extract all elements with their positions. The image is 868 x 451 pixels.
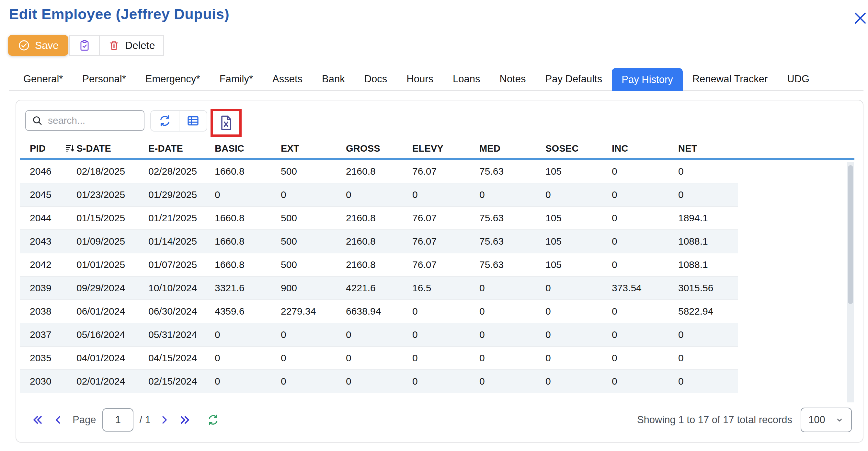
last-page-button[interactable] [179,413,191,426]
cell-s-date: 04/01/2024 [76,353,148,363]
clipboard-check-icon [79,39,91,52]
first-page-button[interactable] [31,413,44,426]
column-header-label: EXT [281,143,299,154]
cell-ext: 500 [281,236,346,247]
column-header-e-date[interactable]: E-DATE [148,143,215,154]
tab-docs[interactable]: Docs [355,68,397,90]
table-row[interactable]: 203504/01/202404/15/202400000000 [20,347,738,370]
cell-net: 1088.1 [678,259,738,270]
cell-gross: 4221.6 [346,282,412,294]
cell-elevy: 76.07 [412,236,479,247]
cell-e-date: 06/30/2024 [148,306,215,317]
cell-inc: 0 [612,259,678,270]
cell-basic: 3321.6 [215,282,281,294]
cell-s-date: 01/15/2025 [76,213,148,223]
table-row[interactable]: 204201/01/202501/07/20251660.85002160.87… [20,253,738,277]
column-header-net[interactable]: NET [678,143,738,154]
tab-general[interactable]: General* [13,68,72,90]
column-header-basic[interactable]: BASIC [215,143,281,154]
table-row[interactable]: 203806/01/202406/30/20244359.62279.34663… [20,300,738,323]
column-header-label: E-DATE [148,143,183,154]
cell-e-date: 01/07/2025 [148,259,215,270]
cell-pid: 2044 [30,213,76,223]
page-number-input[interactable] [102,408,133,431]
cell-s-date: 09/29/2024 [76,282,148,294]
excel-export-highlight-box [211,109,242,137]
clipboard-check-button[interactable] [70,36,99,55]
search-input[interactable] [47,115,138,126]
table-row[interactable]: 204602/18/202502/28/20251660.85002160.87… [20,160,738,183]
cell-gross: 0 [346,353,412,363]
cell-e-date: 10/10/2024 [148,282,215,294]
cell-gross: 2160.8 [346,236,412,247]
column-header-s-date[interactable]: S-DATE [76,143,148,154]
pagination-refresh-button[interactable] [207,414,219,426]
cell-elevy: 76.07 [412,166,479,177]
page-label: Page [72,414,96,426]
table-row[interactable]: 204301/09/202501/14/20251660.85002160.87… [20,230,738,253]
sort-descending-icon[interactable] [65,144,74,153]
cell-ext: 0 [281,329,346,340]
chevron-left-icon [53,414,64,426]
cell-basic: 0 [215,376,281,387]
cell-sosec: 0 [546,376,612,387]
tab-pay-defaults[interactable]: Pay Defaults [535,68,612,90]
tab-pay-history[interactable]: Pay History [612,68,682,91]
tab-hours[interactable]: Hours [397,68,443,90]
table-row[interactable]: 204401/15/202501/21/20251660.85002160.87… [20,207,738,230]
vertical-scrollbar[interactable] [847,162,854,402]
cell-inc: 0 [612,376,678,387]
close-icon[interactable] [852,9,868,27]
table-row[interactable]: 203705/16/202405/31/202400000000 [20,323,738,347]
table-row[interactable]: 203002/01/202402/15/202400000000 [20,370,738,393]
tab-assets[interactable]: Assets [263,68,312,90]
scrollbar-thumb[interactable] [848,165,853,304]
cell-basic: 1660.8 [215,259,281,270]
column-header-med[interactable]: MED [479,143,546,154]
table-body: 204602/18/202502/28/20251660.85002160.87… [20,160,738,393]
trash-icon [108,39,120,51]
cell-e-date: 02/15/2024 [148,376,215,387]
chevrons-left-icon [31,413,44,426]
cell-inc: 0 [612,236,678,247]
column-header-gross[interactable]: GROSS [346,143,412,154]
previous-page-button[interactable] [53,414,64,426]
tab-udg[interactable]: UDG [777,68,819,90]
column-header-inc[interactable]: INC [612,143,678,154]
tab-renewal-tracker[interactable]: Renewal Tracker [683,68,778,90]
cell-e-date: 01/29/2025 [148,189,215,200]
column-header-label: S-DATE [76,143,111,154]
cell-pid: 2042 [30,259,76,270]
cell-e-date: 04/15/2024 [148,353,215,363]
refresh-button[interactable] [151,111,179,131]
delete-button[interactable]: Delete [99,36,163,55]
delete-button-label: Delete [125,39,155,52]
table-row[interactable]: 204501/23/202501/29/202500000000 [20,183,738,207]
tab-emergency[interactable]: Emergency* [136,68,210,90]
cell-basic: 0 [215,189,281,200]
cell-gross: 6638.94 [346,306,412,317]
table-row[interactable]: 203909/29/202410/10/20243321.69004221.61… [20,277,738,300]
tab-bank[interactable]: Bank [312,68,355,90]
columns-button[interactable] [179,111,207,131]
column-header-pid[interactable]: PID [30,143,76,154]
records-summary: Showing 1 to 17 of 17 total records [637,414,792,426]
tab-personal[interactable]: Personal* [72,68,135,90]
cell-gross: 2160.8 [346,213,412,223]
cell-net: 0 [678,353,738,363]
cell-med: 0 [479,329,546,340]
next-page-button[interactable] [158,414,170,426]
page-size-select[interactable]: 100 [801,408,852,432]
tab-notes[interactable]: Notes [490,68,536,90]
tab-loans[interactable]: Loans [443,68,490,90]
cell-sosec: 105 [546,259,612,270]
excel-export-button[interactable] [218,114,235,131]
column-header-elevy[interactable]: ELEVY [412,143,479,154]
cell-elevy: 0 [412,376,479,387]
cell-sosec: 0 [546,329,612,340]
tab-family[interactable]: Family* [210,68,263,90]
column-header-ext[interactable]: EXT [281,143,346,154]
cell-s-date: 05/16/2024 [76,329,148,340]
save-button[interactable]: Save [8,35,68,56]
column-header-sosec[interactable]: SOSEC [546,143,612,154]
